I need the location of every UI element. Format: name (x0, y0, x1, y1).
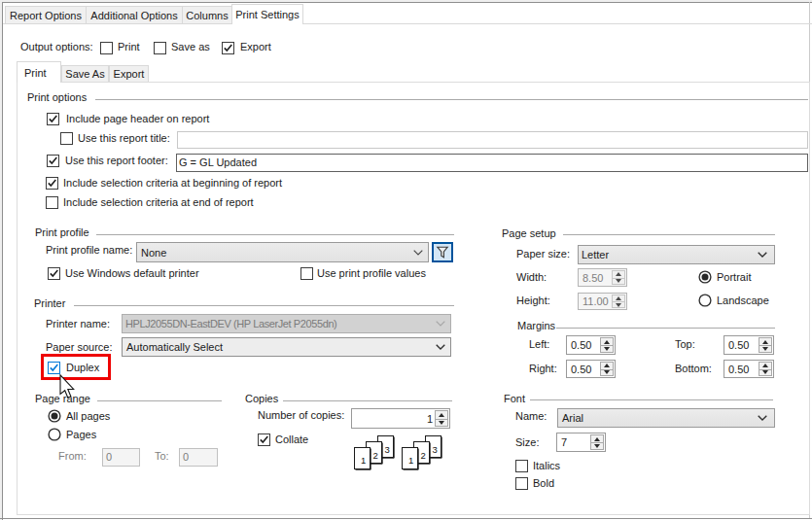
svg-text:2: 2 (373, 450, 378, 461)
svg-text:1: 1 (408, 455, 413, 466)
svg-text:1: 1 (361, 455, 366, 466)
svg-text:3: 3 (433, 444, 438, 455)
svg-text:3: 3 (385, 444, 390, 455)
svg-text:2: 2 (421, 450, 426, 461)
